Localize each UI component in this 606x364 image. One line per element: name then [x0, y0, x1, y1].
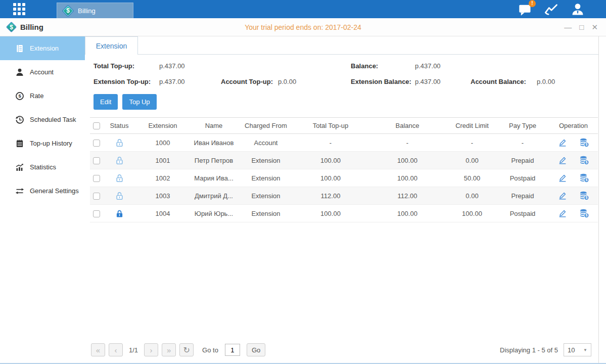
row-checkbox[interactable]: [93, 157, 100, 164]
go-button[interactable]: Go: [247, 343, 265, 356]
select-all-checkbox[interactable]: [93, 122, 100, 129]
ledger-icon: [15, 44, 24, 53]
refresh-button[interactable]: ↻: [179, 343, 194, 356]
row-checkbox[interactable]: [93, 210, 100, 217]
sidebar-item-account[interactable]: Account: [0, 60, 85, 84]
top-up-row-icon[interactable]: $: [579, 173, 589, 183]
edit-row-icon[interactable]: [557, 138, 568, 148]
next-page-button[interactable]: ›: [144, 343, 158, 356]
app-launcher-button[interactable]: [0, 0, 38, 18]
close-button[interactable]: ✕: [591, 23, 598, 31]
sidebar-item-scheduled-task[interactable]: Scheduled Task: [0, 108, 85, 131]
cell-extension: 1000: [135, 134, 190, 152]
table-row: 1004 Юрий Юрь... Extension 100.00 100.00…: [90, 205, 598, 222]
prev-page-button[interactable]: ‹: [109, 343, 123, 356]
cell-name: Мария Ива...: [190, 169, 238, 187]
edit-row-icon[interactable]: [557, 191, 568, 201]
sidebar-item-topup-history[interactable]: Top-up History: [0, 131, 85, 155]
lock-open-icon[interactable]: [115, 156, 124, 163]
row-checkbox[interactable]: [93, 175, 100, 182]
page-size-select[interactable]: 10 ▼: [564, 343, 591, 356]
column-header-credit-limit: Credit Limit: [448, 118, 496, 134]
top-up-button[interactable]: Top Up: [122, 94, 156, 110]
row-checkbox[interactable]: [93, 140, 100, 147]
table-row: 1000 Иван Иванов Account - - - -: [90, 134, 598, 152]
pagination-bar: « ‹ 1/1 › » ↻ Go to Go Displaying 1 - 5 …: [85, 340, 598, 363]
account-topup-label: Account Top-up:: [221, 78, 278, 85]
svg-text:$: $: [585, 143, 587, 147]
window-title-group: $ Billing: [0, 22, 43, 32]
clock-icon: [15, 115, 24, 124]
goto-page-input[interactable]: [225, 344, 240, 356]
billing-diamond-icon: $: [63, 6, 73, 16]
billing-diamond-icon: $: [6, 22, 17, 32]
trial-period-message: Your trial period ends on: 2017-02-24: [0, 23, 606, 31]
edit-row-icon[interactable]: [557, 208, 568, 218]
top-up-row-icon[interactable]: $: [579, 191, 589, 201]
cell-name: Дмитрий Д...: [190, 187, 238, 205]
sidebar-item-label: Scheduled Task: [30, 116, 76, 123]
top-up-row-icon[interactable]: $: [579, 138, 589, 148]
window-title: Billing: [20, 23, 43, 31]
top-up-row-icon[interactable]: $: [579, 208, 589, 218]
cell-extension: 1002: [135, 169, 190, 187]
sidebar-item-label: Extension: [30, 44, 59, 52]
sidebar-item-rate[interactable]: $ Rate: [0, 84, 85, 108]
row-checkbox[interactable]: [93, 193, 100, 200]
bar-chart-icon: [15, 163, 24, 172]
extensions-table: Status Extension Name Charged From Total…: [90, 117, 598, 222]
svg-text:$: $: [585, 160, 587, 164]
cell-charged-from: Extension: [238, 169, 294, 187]
maximize-button[interactable]: □: [579, 23, 584, 31]
page-indicator: 1/1: [129, 346, 138, 354]
cell-charged-from: Extension: [238, 187, 294, 205]
total-topup-value: p.437.00: [159, 62, 221, 70]
cell-total-topup: -: [294, 134, 367, 152]
displaying-range-text: Displaying 1 - 5 of 5: [500, 346, 558, 354]
edit-row-icon[interactable]: [557, 173, 568, 183]
svg-text:$: $: [585, 178, 587, 182]
tab-extension[interactable]: Extension: [85, 36, 138, 55]
last-page-button[interactable]: »: [162, 343, 176, 356]
minimize-button[interactable]: —: [564, 23, 572, 31]
lock-open-icon[interactable]: [115, 173, 124, 181]
taskbar-tab-billing[interactable]: $ Billing: [57, 3, 133, 18]
account-balance-value: p.0.00: [537, 78, 598, 85]
sidebar-item-label: General Settings: [30, 187, 79, 195]
lock-open-icon[interactable]: [115, 138, 124, 146]
account-balance-label: Account Balance:: [471, 78, 537, 85]
column-header-extension: Extension: [135, 118, 190, 134]
cell-balance: 100.00: [367, 205, 448, 222]
system-topbar: $ Billing !: [0, 0, 606, 18]
window-titlebar: $ Billing Your trial period ends on: 201…: [0, 18, 606, 36]
cell-name: Иван Иванов: [190, 134, 238, 152]
cell-pay-type: -: [496, 134, 549, 152]
cell-extension: 1001: [135, 152, 190, 169]
sidebar-item-label: Account: [30, 68, 54, 76]
balance-summary: Total Top-up: p.437.00 Extension Top-up:…: [85, 55, 598, 85]
messages-button[interactable]: !: [518, 3, 532, 16]
edit-button[interactable]: Edit: [94, 94, 118, 110]
top-up-row-icon[interactable]: $: [579, 155, 589, 165]
transfer-arrows-icon: [15, 187, 24, 196]
edit-row-icon[interactable]: [557, 155, 568, 165]
main-content: Extension Total Top-up: p.437.00 Extensi…: [85, 36, 599, 363]
sidebar-item-extension[interactable]: Extension: [0, 36, 85, 60]
first-page-button[interactable]: «: [91, 343, 105, 356]
table-header-row: Status Extension Name Charged From Total…: [90, 118, 598, 134]
cell-credit-limit: -: [448, 134, 496, 152]
svg-text:$: $: [585, 213, 587, 217]
sidebar-item-statistics[interactable]: Statistics: [0, 155, 85, 179]
apps-grid-icon: [13, 3, 25, 15]
user-account-button[interactable]: [571, 3, 585, 16]
cell-credit-limit: 50.00: [448, 169, 496, 187]
lock-closed-icon[interactable]: [115, 209, 124, 216]
balance-value: p.437.00: [415, 62, 471, 70]
goto-label: Go to: [202, 346, 218, 354]
cell-credit-limit: 0.00: [448, 187, 496, 205]
sidebar-item-label: Top-up History: [30, 140, 72, 147]
lock-open-icon[interactable]: [115, 191, 124, 199]
reports-button[interactable]: [544, 3, 558, 16]
sidebar-item-general-settings[interactable]: General Settings: [0, 179, 85, 203]
column-header-total-topup: Total Top-up: [294, 118, 367, 134]
